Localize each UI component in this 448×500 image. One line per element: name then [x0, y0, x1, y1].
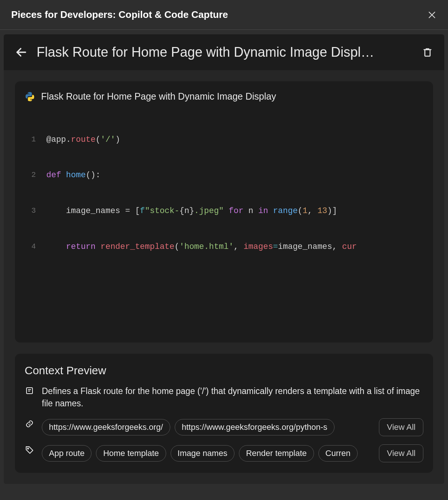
link-chip[interactable]: https://www.geeksforgeeks.org/python-s — [175, 419, 335, 435]
trash-icon[interactable] — [422, 46, 433, 59]
page-title: Flask Route for Home Page with Dynamic I… — [37, 44, 413, 60]
tag-chip[interactable]: Curren — [318, 445, 358, 462]
line-number: 4 — [25, 241, 46, 253]
note-icon — [25, 386, 34, 396]
context-tags-row: App route Home template Image names Rend… — [25, 444, 423, 462]
context-preview-card: Context Preview Defines a Flask route fo… — [15, 354, 433, 473]
close-icon[interactable] — [427, 10, 437, 20]
code-line: 2 def home(): — [25, 169, 423, 181]
line-number: 3 — [25, 205, 46, 217]
tag-icon — [25, 445, 34, 455]
tag-chip[interactable]: Image names — [171, 445, 234, 462]
code-line: 1 @app.route('/') — [25, 134, 423, 146]
content-area: Flask Route for Home Page with Dynamic I… — [0, 30, 448, 484]
page-header: Flask Route for Home Page with Dynamic I… — [4, 34, 444, 70]
code-line: 4 return render_template('home.html', im… — [25, 241, 423, 253]
titlebar: Pieces for Developers: Copilot & Code Ca… — [0, 0, 448, 30]
code-block[interactable]: 1 @app.route('/') 2 def home(): 3 image_… — [25, 110, 423, 276]
snippet-title: Flask Route for Home Page with Dynamic I… — [41, 91, 276, 102]
tag-chip[interactable]: App route — [42, 445, 91, 462]
tag-chip[interactable]: Home template — [96, 445, 166, 462]
code-line: 3 image_names = [f"stock-{n}.jpeg" for n… — [25, 205, 423, 217]
link-chip[interactable]: https://www.geeksforgeeks.org/ — [42, 419, 170, 435]
svg-point-8 — [28, 448, 29, 449]
line-number: 1 — [25, 134, 46, 146]
back-arrow-icon[interactable] — [15, 46, 28, 59]
context-links-row: https://www.geeksforgeeks.org/ https://w… — [25, 418, 423, 436]
code-snippet-card: Flask Route for Home Page with Dynamic I… — [15, 81, 433, 343]
view-all-tags-button[interactable]: View All — [379, 444, 423, 462]
svg-rect-4 — [425, 50, 430, 56]
python-icon — [25, 91, 35, 102]
snippet-header: Flask Route for Home Page with Dynamic I… — [25, 91, 423, 102]
app-title: Pieces for Developers: Copilot & Code Ca… — [11, 9, 228, 21]
context-description-row: Defines a Flask route for the home page … — [25, 385, 423, 410]
body-area: Flask Route for Home Page with Dynamic I… — [4, 70, 444, 484]
link-icon — [25, 419, 34, 429]
tag-chip[interactable]: Render template — [239, 445, 314, 462]
context-description: Defines a Flask route for the home page … — [42, 385, 423, 410]
context-preview-title: Context Preview — [25, 364, 423, 377]
view-all-links-button[interactable]: View All — [379, 418, 423, 436]
line-number: 2 — [25, 169, 46, 181]
